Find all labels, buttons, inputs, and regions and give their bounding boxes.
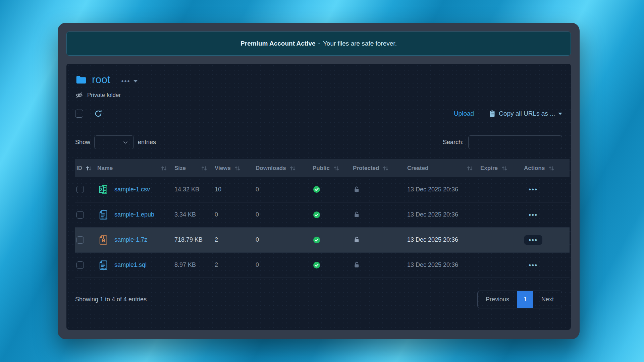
views-cell: 2 xyxy=(213,252,254,278)
unlock-icon xyxy=(353,261,406,269)
sort-icon xyxy=(201,165,207,171)
page-size-select[interactable] xyxy=(94,135,134,149)
sort-icon xyxy=(333,165,339,171)
document-file-icon xyxy=(97,259,109,271)
expire-cell xyxy=(479,202,523,227)
column-header-expire[interactable]: Expire xyxy=(479,159,523,177)
sort-icon xyxy=(234,165,240,171)
toolbar-right: Upload Copy all URLs as ... xyxy=(454,110,562,118)
row-checkbox[interactable] xyxy=(76,261,84,269)
pagination: Previous 1 Next xyxy=(477,291,562,308)
file-browser-panel: root ••• Private folder xyxy=(66,64,571,330)
next-page-button[interactable]: Next xyxy=(533,291,562,308)
privacy-label: Private folder xyxy=(87,92,121,99)
row-actions-button[interactable]: ••• xyxy=(524,235,542,245)
table-controls: Show entries Search: xyxy=(75,135,562,149)
size-cell: 718.79 KB xyxy=(173,227,213,252)
copy-urls-label: Copy all URLs as ... xyxy=(499,110,555,117)
table-row: sample1.sql 8.97 KB 2 0 13 Dec 2025 20:3… xyxy=(75,252,570,278)
upload-button[interactable]: Upload xyxy=(454,110,474,117)
table-footer: Showing 1 to 4 of 4 entries Previous 1 N… xyxy=(75,291,562,308)
file-link[interactable]: sample-1.7z xyxy=(114,236,147,243)
size-cell: 3.34 KB xyxy=(173,202,213,227)
row-actions-button[interactable]: ••• xyxy=(524,210,542,220)
clipboard-icon xyxy=(489,110,496,118)
check-circle-icon xyxy=(313,211,352,219)
column-header-id[interactable]: ID xyxy=(75,159,96,177)
file-link[interactable]: sample-1.epub xyxy=(114,211,154,218)
banner-message: Your files are safe forever. xyxy=(323,40,397,47)
chevron-down-icon xyxy=(133,80,138,82)
files-table: ID Name Size Views xyxy=(75,159,570,278)
check-circle-icon xyxy=(313,236,352,244)
row-checkbox[interactable] xyxy=(76,211,84,219)
ellipsis-icon: ••• xyxy=(121,79,130,83)
row-actions-button[interactable]: ••• xyxy=(524,184,542,194)
column-header-size[interactable]: Size xyxy=(173,159,213,177)
created-cell: 13 Dec 2025 20:36 xyxy=(407,211,458,218)
eye-off-icon xyxy=(75,91,83,99)
archive-file-icon xyxy=(97,234,109,246)
entries-summary: Showing 1 to 4 of 4 entries xyxy=(75,296,147,303)
row-checkbox[interactable] xyxy=(76,186,84,193)
column-header-created[interactable]: Created xyxy=(406,159,479,177)
column-header-name[interactable]: Name xyxy=(96,159,173,177)
sort-icon xyxy=(86,165,92,171)
views-cell: 0 xyxy=(213,202,254,227)
column-header-protected[interactable]: Protected xyxy=(352,159,406,177)
file-link[interactable]: sample-1.csv xyxy=(114,186,150,193)
created-cell: 13 Dec 2025 20:36 xyxy=(407,261,458,268)
expire-cell xyxy=(479,177,523,202)
copy-urls-button[interactable]: Copy all URLs as ... xyxy=(489,110,562,118)
refresh-button[interactable] xyxy=(94,109,103,118)
search-input[interactable] xyxy=(468,135,562,149)
sort-icon xyxy=(548,165,554,171)
unlock-icon xyxy=(353,211,406,219)
created-cell: 13 Dec 2025 20:36 xyxy=(407,236,458,243)
column-header-public[interactable]: Public xyxy=(311,159,352,177)
refresh-icon xyxy=(94,109,103,118)
show-label: Show xyxy=(75,139,90,146)
file-manager-window: Premium Account Active - Your files are … xyxy=(58,23,580,339)
table-row: sample-1.csv 14.32 KB 10 0 13 Dec 2025 2… xyxy=(75,177,570,202)
table-row: sample-1.7z 718.79 KB 2 0 13 Dec 2025 20… xyxy=(75,227,570,252)
column-header-views[interactable]: Views xyxy=(213,159,254,177)
column-header-downloads[interactable]: Downloads xyxy=(254,159,311,177)
downloads-cell: 0 xyxy=(254,177,311,202)
banner-separator: - xyxy=(318,40,320,47)
downloads-cell: 0 xyxy=(254,227,311,252)
size-cell: 14.32 KB xyxy=(173,177,213,202)
sort-icon xyxy=(467,165,473,171)
row-actions-button[interactable]: ••• xyxy=(524,260,542,270)
select-all-checkbox[interactable] xyxy=(75,110,83,118)
document-file-icon xyxy=(97,209,109,221)
views-cell: 10 xyxy=(213,177,254,202)
spreadsheet-file-icon xyxy=(97,183,109,195)
size-cell: 8.97 KB xyxy=(173,252,213,278)
entries-label: entries xyxy=(138,139,156,146)
sort-icon xyxy=(289,165,296,171)
unlock-icon xyxy=(353,186,406,193)
page-title: root xyxy=(92,74,110,86)
expire-cell xyxy=(479,227,523,252)
search-label: Search: xyxy=(443,139,464,146)
folder-header: root ••• xyxy=(75,74,562,86)
table-row: sample-1.epub 3.34 KB 0 0 13 Dec 2025 20… xyxy=(75,202,570,227)
views-cell: 2 xyxy=(213,227,254,252)
chevron-down-icon xyxy=(122,139,129,146)
table-header-row: ID Name Size Views xyxy=(75,159,570,177)
page-1-button[interactable]: 1 xyxy=(517,291,533,308)
premium-banner: Premium Account Active - Your files are … xyxy=(66,32,571,56)
expire-cell xyxy=(479,252,523,278)
downloads-cell: 0 xyxy=(254,202,311,227)
banner-title: Premium Account Active xyxy=(240,40,315,47)
row-checkbox[interactable] xyxy=(76,236,84,244)
sort-icon xyxy=(501,165,507,171)
privacy-status: Private folder xyxy=(75,91,562,99)
unlock-icon xyxy=(353,236,406,244)
created-cell: 13 Dec 2025 20:36 xyxy=(407,186,458,193)
folder-menu-button[interactable]: ••• xyxy=(121,79,138,83)
file-link[interactable]: sample1.sql xyxy=(114,261,147,268)
previous-page-button[interactable]: Previous xyxy=(478,291,517,308)
column-header-actions[interactable]: Actions xyxy=(523,159,570,177)
